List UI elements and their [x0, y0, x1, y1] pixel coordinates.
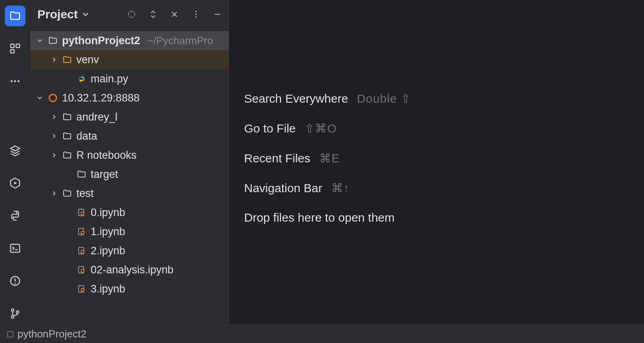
layers-icon — [9, 144, 21, 156]
svg-point-11 — [11, 309, 14, 311]
hint-label: Search Everywhere — [244, 92, 348, 105]
folder-icon — [62, 112, 72, 122]
folder-icon — [62, 131, 72, 141]
module-indicator-icon — [7, 331, 14, 337]
close-panel-button[interactable] — [170, 10, 179, 19]
hint-shortcut: ⌘↑ — [331, 181, 350, 195]
svg-rect-8 — [10, 244, 19, 252]
folder-icon — [76, 169, 87, 179]
notebook-icon — [76, 207, 87, 218]
tree-root-project[interactable]: pythonProject2 ~/PycharmPro — [30, 31, 229, 50]
play-hex-icon — [9, 177, 21, 189]
tree-item-main[interactable]: main.py — [30, 69, 229, 88]
hint-drop-files: Drop files here to open them — [244, 211, 411, 224]
svg-point-20 — [81, 212, 84, 215]
project-tool-button[interactable] — [5, 6, 25, 26]
tree-label: venv — [76, 54, 99, 66]
tree-item-target[interactable]: target — [30, 165, 229, 184]
tree-label: target — [91, 168, 118, 181]
status-bar: pythonProject2 — [0, 325, 644, 343]
tree-item-test[interactable]: test — [30, 184, 229, 203]
tree-item-venv[interactable]: venv — [30, 50, 229, 69]
svg-rect-1 — [16, 44, 19, 48]
grid-icon — [9, 43, 21, 55]
tree-label: data — [76, 130, 97, 142]
tree-item-nb02[interactable]: 02-analysis.ipynb — [30, 260, 229, 279]
svg-point-12 — [11, 316, 14, 318]
hint-go-to-file[interactable]: Go to File ⇧⌘O — [244, 121, 411, 135]
select-opened-file-button[interactable] — [127, 10, 136, 19]
tree-label: 02-analysis.ipynb — [91, 264, 174, 276]
panel-options-button[interactable] — [191, 10, 201, 19]
more-tool-button[interactable] — [5, 71, 25, 92]
panel-header: Project — [30, 0, 229, 29]
ellipsis-icon — [9, 75, 21, 87]
chevron-down-icon — [82, 11, 89, 18]
close-icon — [170, 10, 179, 19]
tree-label: 3.ipynb — [91, 283, 125, 295]
minimize-panel-button[interactable] — [213, 10, 222, 19]
svg-point-26 — [81, 269, 84, 272]
tree-item-nb3[interactable]: 3.ipynb — [30, 279, 229, 298]
svg-point-15 — [195, 11, 197, 12]
panel-title-dropdown[interactable]: Project — [37, 8, 89, 21]
notebook-icon — [76, 246, 87, 256]
tree-item-server[interactable]: 10.32.1.29:8888 — [30, 88, 229, 107]
tree-label: andrey_l — [76, 111, 118, 123]
tree-item-nb1[interactable]: 1.ipynb — [30, 222, 229, 241]
git-branch-icon — [9, 308, 21, 320]
expand-icon — [148, 10, 158, 19]
tree-label: 1.ipynb — [91, 226, 125, 238]
hint-label: Drop files here to open them — [244, 211, 395, 224]
warning-circle-icon — [9, 275, 21, 287]
tree-item-nb0[interactable]: 0.ipynb — [30, 203, 229, 222]
chevron-right-icon — [50, 57, 58, 62]
chevron-right-icon — [50, 152, 58, 158]
hint-navigation-bar[interactable]: Navigation Bar ⌘↑ — [244, 181, 411, 195]
project-tree: pythonProject2 ~/PycharmPro venv main.py… — [30, 29, 229, 325]
svg-point-18 — [49, 94, 56, 101]
svg-rect-0 — [10, 44, 14, 48]
svg-point-5 — [17, 80, 19, 82]
svg-rect-2 — [10, 50, 14, 53]
expand-collapse-button[interactable] — [148, 10, 158, 19]
chevron-down-icon — [36, 38, 44, 43]
notebook-icon — [76, 284, 87, 294]
hint-label: Recent Files — [244, 152, 310, 165]
python-console-tool-button[interactable] — [5, 205, 25, 226]
chevron-right-icon — [50, 133, 58, 139]
chevron-right-icon — [50, 114, 58, 120]
tree-label: R notebooks — [76, 149, 137, 162]
target-icon — [127, 10, 136, 19]
terminal-icon — [9, 242, 21, 254]
panel-title-label: Project — [37, 8, 78, 21]
hint-recent-files[interactable]: Recent Files ⌘E — [244, 151, 411, 165]
svg-point-4 — [14, 80, 16, 82]
tree-label: main.py — [91, 73, 128, 85]
svg-point-10 — [14, 283, 16, 284]
tree-item-data[interactable]: data — [30, 127, 229, 146]
terminal-tool-button[interactable] — [5, 238, 25, 259]
editor-empty-state[interactable]: Search Everywhere Double ⇧ Go to File ⇧⌘… — [229, 0, 644, 325]
svg-marker-7 — [14, 181, 17, 185]
tree-label: test — [76, 187, 94, 200]
hint-shortcut: ⌘E — [319, 151, 340, 165]
status-project-name[interactable]: pythonProject2 — [17, 328, 86, 340]
python-icon — [9, 210, 21, 222]
services-tool-button[interactable] — [5, 173, 25, 193]
tree-item-rnotebooks[interactable]: R notebooks — [30, 146, 229, 165]
svg-point-28 — [81, 288, 84, 291]
svg-point-3 — [10, 80, 12, 82]
tree-label: 10.32.1.29:8888 — [62, 92, 140, 104]
tree-label: pythonProject2 — [62, 35, 140, 47]
tree-item-nb2[interactable]: 2.ipynb — [30, 241, 229, 260]
layers-tool-button[interactable] — [5, 140, 25, 161]
git-tool-button[interactable] — [5, 303, 25, 324]
structure-tool-button[interactable] — [5, 38, 25, 59]
tree-item-andrey[interactable]: andrey_l — [30, 107, 229, 127]
svg-point-22 — [81, 231, 84, 234]
minimize-icon — [213, 10, 222, 19]
left-toolbar — [0, 0, 30, 325]
hint-search-everywhere[interactable]: Search Everywhere Double ⇧ — [244, 92, 411, 105]
problems-tool-button[interactable] — [5, 271, 25, 291]
